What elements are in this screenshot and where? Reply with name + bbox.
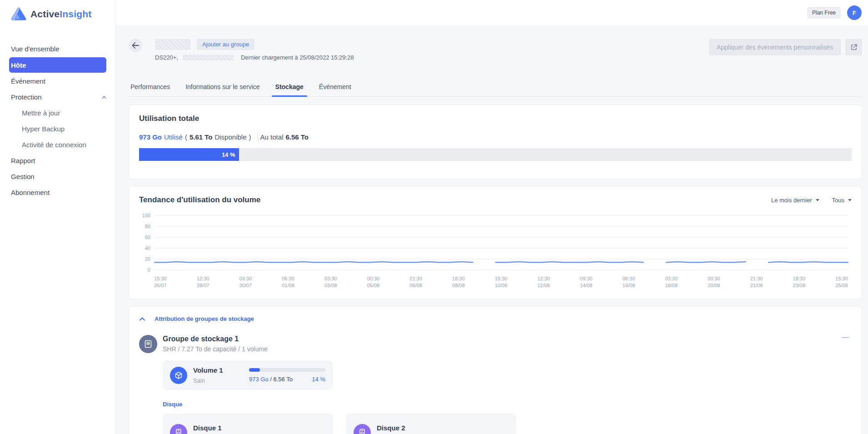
disks-link[interactable]: Disque: [163, 401, 852, 408]
chevron-down-icon: [848, 199, 852, 201]
sidebar-item-hote[interactable]: Hôte: [9, 57, 106, 73]
tab-informations-service[interactable]: Informations sur le service: [185, 81, 260, 96]
used-label: Utilisé: [164, 133, 183, 141]
svg-text:26/07: 26/07: [154, 283, 166, 288]
tab-evenement[interactable]: Événement: [318, 81, 352, 96]
logo-icon: [11, 7, 26, 21]
svg-text:03/08: 03/08: [324, 283, 337, 288]
svg-text:40: 40: [145, 245, 150, 251]
svg-text:23/08: 23/08: [793, 283, 805, 288]
plan-badge[interactable]: Plan Free: [807, 7, 841, 19]
sidebar-item-gestion[interactable]: Gestion: [0, 169, 115, 185]
svg-text:00:30: 00:30: [708, 276, 720, 281]
tab-stockage[interactable]: Stockage: [274, 81, 304, 96]
total-value: 6.56 To: [285, 133, 309, 141]
disks-row: Disque 1 Normal / Synology HAT5300-8T: [163, 414, 852, 434]
disk-icon: [354, 424, 371, 434]
sidebar: ActiveInsight Vue d'ensemble Hôte Événem…: [0, 0, 116, 434]
svg-text:18/08: 18/08: [665, 283, 678, 288]
disk-card-2[interactable]: Disque 2 Normal / Synology HAT5300-8T: [346, 414, 516, 434]
svg-text:15:30: 15:30: [835, 276, 848, 281]
sidebar-item-rapport[interactable]: Rapport: [0, 153, 115, 169]
svg-text:09:30: 09:30: [580, 276, 592, 281]
volume-progress-bar: [249, 368, 325, 372]
svg-text:06:30: 06:30: [282, 276, 294, 281]
svg-text:21:30: 21:30: [750, 276, 763, 281]
add-to-group-button[interactable]: Ajouter au groupe: [197, 39, 254, 50]
last-load-timestamp: Dernier chargement à 25/08/2022 15:29:28: [241, 54, 354, 61]
app-logo[interactable]: ActiveInsight: [0, 0, 115, 21]
svg-text:28/07: 28/07: [197, 283, 209, 288]
sidebar-item-activite-connexion[interactable]: Activité de connexion: [0, 137, 115, 153]
tab-performances[interactable]: Performances: [130, 81, 171, 96]
back-button[interactable]: [129, 39, 142, 52]
sidebar-nav: Vue d'ensemble Hôte Événement Protection…: [0, 41, 115, 200]
svg-text:06:30: 06:30: [623, 276, 635, 281]
apply-custom-events-button[interactable]: Appliquer des événements personnalisés: [709, 39, 841, 55]
svg-text:12:30: 12:30: [537, 276, 549, 281]
device-model: DS220+,: [155, 54, 178, 61]
svg-text:18:30: 18:30: [793, 276, 805, 281]
sidebar-item-evenement[interactable]: Événement: [0, 73, 115, 89]
svg-text:60: 60: [145, 234, 150, 240]
redacted-serial: [183, 55, 234, 60]
time-range-select[interactable]: Le mois dernier: [771, 197, 819, 204]
volume-usage-line-chart: 02040608010015:3026/0712:3028/0709:3030/…: [139, 211, 852, 294]
avatar[interactable]: F: [847, 5, 862, 20]
svg-text:18:30: 18:30: [452, 276, 464, 281]
svg-text:00:30: 00:30: [367, 276, 379, 281]
svg-text:20: 20: [145, 256, 150, 262]
sidebar-item-protection[interactable]: Protection: [0, 89, 115, 105]
volume-card[interactable]: Volume 1 Sain 973 Go / 6.56 To 14 %: [163, 360, 333, 390]
svg-text:21:30: 21:30: [409, 276, 422, 281]
available-label: Disponible: [215, 133, 246, 141]
usage-progress-bar: 14 %: [139, 148, 852, 161]
storage-groups-title: Attribution de groupes de stockage: [155, 315, 254, 322]
volume-percent: 14 %: [312, 376, 325, 383]
storage-group-name: Groupe de stockage 1: [163, 335, 839, 343]
sidebar-item-vue-densemble[interactable]: Vue d'ensemble: [0, 41, 115, 57]
svg-text:80: 80: [145, 224, 150, 229]
svg-text:15:30: 15:30: [495, 276, 507, 281]
collapse-minus-icon[interactable]: —: [839, 335, 852, 339]
usage-progress-fill: 14 %: [139, 148, 239, 161]
svg-text:15:30: 15:30: [154, 276, 166, 281]
divider: [258, 132, 258, 141]
page-header: Ajouter au groupe DS220+, Dernier charge…: [129, 39, 862, 66]
svg-text:10/08: 10/08: [495, 283, 507, 288]
sidebar-item-hyper-backup[interactable]: Hyper Backup: [0, 121, 115, 137]
open-external-button[interactable]: [845, 39, 862, 55]
svg-text:100: 100: [142, 213, 150, 218]
svg-text:0: 0: [148, 267, 150, 273]
svg-text:09:30: 09:30: [239, 276, 252, 281]
disk-card-1[interactable]: Disque 1 Normal / Synology HAT5300-8T: [163, 414, 333, 434]
volume-icon: [170, 367, 187, 384]
arrow-left-icon: [132, 42, 139, 49]
disk-name: Disque 1: [193, 424, 276, 432]
volume-used: 973 Go: [249, 376, 269, 383]
topbar: Plan Free F: [116, 0, 868, 26]
usage-summary: 973 Go Utilisé ( 5.61 To Disponible ) Au…: [139, 132, 852, 141]
svg-text:12:30: 12:30: [197, 276, 209, 281]
volume-progress-fill: [249, 368, 260, 372]
svg-text:01/08: 01/08: [282, 283, 294, 288]
storage-group-subtitle: SHR / 7.27 To de capacité / 1 volume: [163, 345, 839, 353]
volume-status: Sain: [193, 377, 243, 384]
volume-total: 6.56 To: [274, 376, 293, 383]
total-usage-card: Utilisation totale 973 Go Utilisé ( 5.61…: [129, 105, 862, 180]
chevron-up-icon: [139, 317, 145, 321]
app-root: ActiveInsight Vue d'ensemble Hôte Événem…: [0, 0, 868, 434]
external-link-icon: [850, 44, 858, 51]
storage-groups-toggle[interactable]: Attribution de groupes de stockage: [139, 315, 852, 322]
tab-bar: Performances Informations sur le service…: [129, 81, 862, 97]
sidebar-item-abonnement[interactable]: Abonnement: [0, 185, 115, 200]
svg-text:21/08: 21/08: [750, 283, 763, 288]
svg-text:30/07: 30/07: [239, 283, 252, 288]
scope-select[interactable]: Tous: [832, 197, 852, 204]
trend-card-title: Tendance d'utilisation du volume: [139, 195, 260, 205]
svg-text:14/08: 14/08: [580, 283, 592, 288]
disk-icon: [170, 424, 187, 434]
chevron-down-icon: [816, 199, 819, 201]
sidebar-item-mettre-a-jour[interactable]: Mettre à jour: [0, 105, 115, 121]
volume-name: Volume 1: [193, 366, 243, 374]
